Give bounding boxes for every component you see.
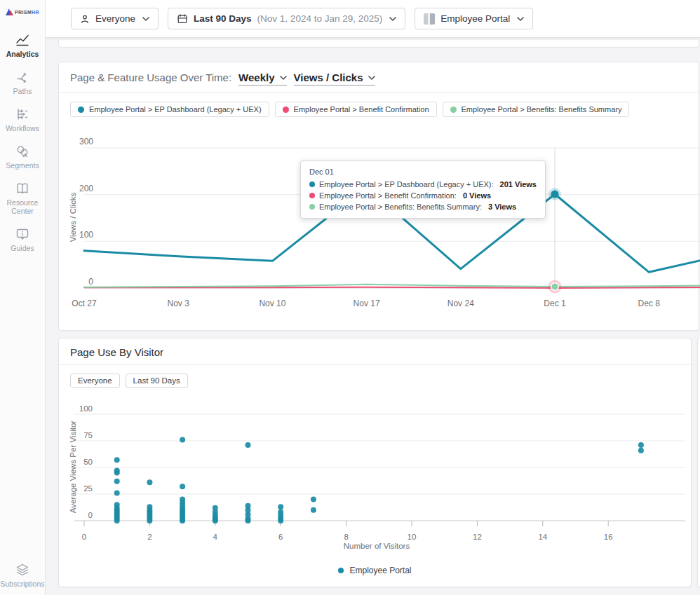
svg-text:75: 75 [83,431,93,439]
legend-dot-green [450,107,457,113]
svg-text:Number of Visitors: Number of Visitors [344,542,410,550]
svg-text:Nov 10: Nov 10 [259,299,285,308]
sidebar-item-workflows[interactable]: Workflows [0,107,45,132]
svg-text:200: 200 [79,184,93,193]
segment-filter-dropdown[interactable]: Everyone [71,8,159,29]
analytics-dashboard: PRISMHR Analytics Paths [0,0,700,595]
workflows-icon [15,107,30,122]
svg-text:100: 100 [79,230,93,240]
tooltip-dot-teal [309,182,315,187]
open-book-icon [15,181,30,196]
filter-toolbar: Everyone Last 90 Days (Nov 1, 2024 to Ja… [46,0,700,38]
calendar-icon [177,13,188,25]
tooltip-dot-pink [309,193,315,198]
visitor-chart-legend[interactable]: Employee Portal [59,566,691,575]
svg-text:8: 8 [344,533,348,541]
svg-text:0: 0 [88,511,93,519]
legend-item-ep-dashboard[interactable]: Employee Portal > EP Dashboard (Legacy +… [70,102,269,117]
svg-text:12: 12 [473,533,482,541]
svg-text:Nov 24: Nov 24 [447,299,474,308]
chevron-down-icon [517,17,524,21]
tooltip-dot-green [309,204,315,210]
sidebar-item-subscriptions[interactable]: Subscriptions [0,562,45,588]
svg-text:Nov 3: Nov 3 [168,299,190,308]
legend-item-benefits-summary[interactable]: Employee Portal > Benefits: Benefits Sum… [443,102,630,117]
svg-text:0: 0 [88,277,93,287]
svg-text:Dec 8: Dec 8 [638,299,661,308]
tooltip-row: Employee Portal > EP Dashboard (Legacy +… [309,180,537,189]
svg-text:16: 16 [604,533,613,541]
svg-text:Dec 1: Dec 1 [544,299,566,308]
page-use-by-visitor-card: Page Use By Visitor Everyone Last 90 Day… [58,338,692,587]
chart-tooltip: Dec 01 Employee Portal > EP Dashboard (L… [300,160,546,219]
svg-text:50: 50 [83,458,93,466]
sidebar-item-resource-center[interactable]: Resource Center [0,181,45,215]
sidebar-item-analytics[interactable]: Analytics [0,32,45,58]
legend-item-benefit-confirmation[interactable]: Employee Portal > Benefit Confirmation [275,102,437,117]
layers-icon [15,562,30,577]
visitor-filter-last-90-days[interactable]: Last 90 Days [126,374,188,388]
legend-dot-pink [283,107,289,113]
scroll-content[interactable]: Page & Feature Usage Over Time: Weekly V… [46,38,700,595]
visitor-y-axis-title: Average Views Per Visitor [69,411,77,523]
sidebar: PRISMHR Analytics Paths [0,0,46,595]
tooltip-bubble-icon [15,226,30,242]
paths-icon [15,69,30,85]
app-filter-dropdown[interactable]: Employee Portal [415,8,533,29]
brand-logo[interactable]: PRISMHR [6,8,39,15]
usage-over-time-card: Page & Feature Usage Over Time: Weekly V… [58,62,699,331]
sidebar-nav: Analytics Paths [0,32,45,595]
logo-triangle-icon [6,8,13,15]
svg-text:Nov 17: Nov 17 [354,299,380,308]
chevron-down-icon [142,17,149,21]
sidebar-item-paths[interactable]: Paths [0,69,45,95]
main-area: Everyone Last 90 Days (Nov 1, 2024 to Ja… [46,0,700,595]
app-icon [424,13,435,25]
person-icon [80,14,90,24]
svg-text:25: 25 [83,484,93,493]
svg-text:6: 6 [278,533,283,541]
chevron-down-icon [389,17,396,21]
adjacent-card-sliver [697,338,700,587]
usage-chart-legend: Employee Portal > EP Dashboard (Legacy +… [70,102,629,117]
cutoff-card-bottom [58,40,699,48]
svg-text:100: 100 [79,404,93,413]
legend-dot-teal [338,568,344,573]
segments-icon [15,144,30,159]
date-range-dropdown[interactable]: Last 90 Days (Nov 1, 2024 to Jan 29, 202… [168,8,405,29]
svg-text:0: 0 [82,533,86,541]
svg-text:14: 14 [538,533,547,541]
line-chart-icon [15,32,30,48]
legend-dot-teal [78,107,84,113]
svg-text:4: 4 [213,533,218,541]
usage-y-axis-title: Views / Clicks [69,175,77,259]
svg-text:Oct 27: Oct 27 [72,299,97,308]
sidebar-item-segments[interactable]: Segments [0,144,45,170]
tooltip-date: Dec 01 [309,167,537,176]
svg-text:300: 300 [79,137,93,146]
tooltip-row: Employee Portal > Benefit Confirmation: … [309,191,537,200]
visitor-filter-everyone[interactable]: Everyone [70,374,120,388]
svg-text:2: 2 [147,533,152,541]
tooltip-row: Employee Portal > Benefits: Benefits Sum… [309,203,537,211]
visitor-card-filters: Everyone Last 90 Days [70,374,188,388]
brand-name: PRISMHR [15,10,39,15]
svg-text:10: 10 [408,533,417,541]
sidebar-item-guides[interactable]: Guides [0,226,45,252]
